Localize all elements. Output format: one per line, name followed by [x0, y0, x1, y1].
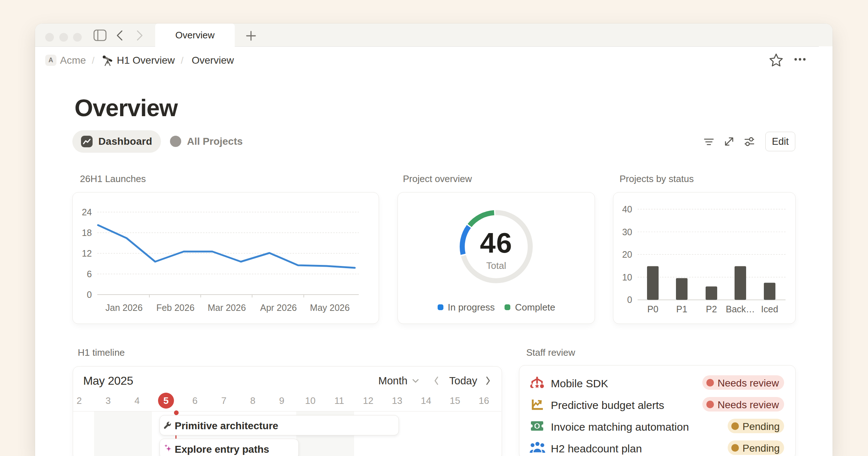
svg-text:P0: P0 — [647, 304, 659, 314]
svg-text:Iced: Iced — [761, 304, 778, 314]
svg-text:46: 46 — [480, 227, 512, 259]
svg-text:20: 20 — [622, 249, 632, 259]
svg-text:6: 6 — [87, 269, 92, 279]
svg-text:Back…: Back… — [726, 304, 755, 314]
svg-text:In progress: In progress — [448, 302, 495, 313]
svg-text:P2: P2 — [706, 304, 717, 314]
svg-text:40: 40 — [622, 204, 632, 214]
svg-text:Jan 2026: Jan 2026 — [106, 303, 143, 313]
svg-text:0: 0 — [87, 290, 92, 300]
svg-text:Apr 2026: Apr 2026 — [260, 303, 297, 313]
svg-text:Feb 2026: Feb 2026 — [156, 303, 195, 313]
svg-text:Total: Total — [486, 260, 506, 271]
svg-text:10: 10 — [622, 272, 632, 282]
svg-text:0: 0 — [627, 295, 632, 305]
svg-text:30: 30 — [622, 227, 632, 237]
svg-text:12: 12 — [82, 248, 92, 258]
svg-text:May 2026: May 2026 — [310, 303, 350, 313]
svg-text:18: 18 — [82, 228, 92, 238]
svg-text:24: 24 — [82, 207, 92, 217]
svg-text:Mar 2026: Mar 2026 — [208, 303, 246, 313]
svg-text:P1: P1 — [676, 304, 688, 314]
svg-text:Complete: Complete — [515, 302, 555, 313]
